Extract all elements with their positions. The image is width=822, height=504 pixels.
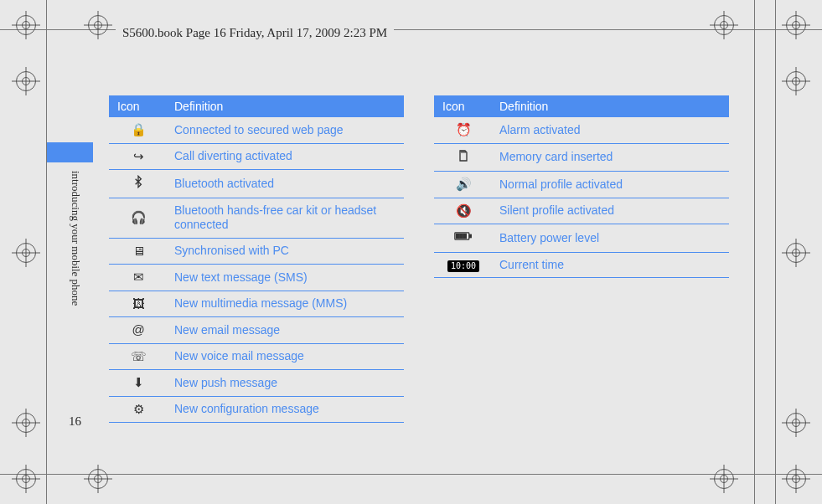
right-column: Icon Definition ⏰ Alarm activated Memory… (434, 95, 729, 423)
definition-cell: Memory card inserted (491, 143, 729, 172)
left-column: Icon Definition 🔒 Connected to secured w… (109, 95, 404, 423)
crop-line (0, 474, 822, 475)
table-row: ⏰ Alarm activated (434, 117, 729, 143)
table-row: 🎧 Bluetooth hands-free car kit or headse… (109, 198, 404, 238)
registration-mark-icon (786, 15, 806, 35)
crop-line (775, 0, 776, 504)
memory-card-icon (434, 143, 491, 172)
definition-cell: Silent profile activated (491, 198, 729, 224)
definition-cell: Connected to secured web page (166, 117, 404, 143)
svg-rect-3 (460, 234, 463, 238)
registration-mark-icon (786, 413, 806, 433)
registration-mark-icon (714, 15, 734, 35)
page-number: 16 (69, 414, 81, 429)
table-row: Memory card inserted (434, 143, 729, 172)
registration-mark-icon (88, 15, 108, 35)
table-row: Battery power level (434, 224, 729, 253)
registration-mark-icon (786, 71, 806, 91)
svg-rect-1 (470, 234, 472, 237)
definition-cell: Battery power level (491, 224, 729, 253)
definition-cell: New multimedia message (MMS) (166, 291, 404, 317)
crop-line (46, 0, 47, 504)
registration-mark-icon (714, 469, 734, 489)
crop-line (754, 0, 755, 504)
table-row: ✉ New text message (SMS) (109, 265, 404, 291)
mms-icon: 🖼 (109, 291, 166, 317)
clock-icon: 10:00 (434, 252, 491, 278)
svg-rect-4 (463, 234, 466, 238)
table-row: Bluetooth activated (109, 170, 404, 198)
col-header-icon: Icon (434, 95, 491, 117)
registration-mark-icon (16, 413, 36, 433)
sync-pc-icon: 🖥 (109, 238, 166, 265)
table-row: ☏ New voice mail message (109, 343, 404, 370)
section-tab (47, 142, 93, 162)
table-row: 🖼 New multimedia message (MMS) (109, 291, 404, 317)
registration-mark-icon (786, 469, 806, 489)
registration-mark-icon (786, 243, 806, 263)
battery-icon (434, 224, 491, 253)
table-row: 🔇 Silent profile activated (434, 198, 729, 224)
col-header-icon: Icon (109, 95, 166, 117)
config-msg-icon: ⚙ (109, 396, 166, 423)
definition-cell: Current time (491, 252, 729, 278)
content-columns: Icon Definition 🔒 Connected to secured w… (109, 95, 729, 423)
col-header-definition: Definition (166, 95, 404, 117)
registration-mark-icon (16, 71, 36, 91)
definition-cell: New configuration message (166, 396, 404, 423)
definition-cell: Normal profile activated (491, 172, 729, 198)
time-sample: 10:00 (447, 260, 479, 273)
definition-cell: New push message (166, 370, 404, 397)
table-row: 🔒 Connected to secured web page (109, 117, 404, 143)
bluetooth-icon (109, 170, 166, 198)
registration-mark-icon (16, 243, 36, 263)
definition-cell: Bluetooth hands-free car kit or headset … (166, 198, 404, 238)
definition-cell: New voice mail message (166, 343, 404, 370)
definition-cell: New email message (166, 317, 404, 344)
lock-globe-icon: 🔒 (109, 117, 166, 143)
registration-mark-icon (88, 469, 108, 489)
registration-mark-icon (16, 15, 36, 35)
divert-arrow-icon: ↪ (109, 143, 166, 170)
definition-cell: Alarm activated (491, 117, 729, 143)
registration-mark-icon (16, 469, 36, 489)
table-row: 10:00 Current time (434, 252, 729, 278)
table-row: ⬇ New push message (109, 370, 404, 397)
svg-rect-2 (457, 234, 459, 238)
table-row: ↪ Call diverting activated (109, 143, 404, 170)
table-header-row: Icon Definition (434, 95, 729, 117)
voicemail-icon: ☏ (109, 343, 166, 370)
bluetooth-headset-icon: 🎧 (109, 198, 166, 238)
email-icon: @ (109, 317, 166, 344)
table-row: ⚙ New configuration message (109, 396, 404, 423)
sms-icon: ✉ (109, 265, 166, 291)
table-row: 🖥 Synchronised with PC (109, 238, 404, 265)
definition-cell: Bluetooth activated (166, 170, 404, 198)
alarm-icon: ⏰ (434, 117, 491, 143)
definition-cell: Synchronised with PC (166, 238, 404, 265)
normal-profile-icon: 🔊 (434, 172, 491, 198)
push-msg-icon: ⬇ (109, 370, 166, 397)
icon-table-left: Icon Definition 🔒 Connected to secured w… (109, 95, 404, 423)
definition-cell: New text message (SMS) (166, 265, 404, 291)
icon-table-right: Icon Definition ⏰ Alarm activated Memory… (434, 95, 729, 278)
table-row: 🔊 Normal profile activated (434, 172, 729, 198)
col-header-definition: Definition (491, 95, 729, 117)
running-head: S5600.book Page 16 Friday, April 17, 200… (116, 26, 394, 40)
definition-cell: Call diverting activated (166, 143, 404, 170)
table-header-row: Icon Definition (109, 95, 404, 117)
table-row: @ New email message (109, 317, 404, 344)
silent-profile-icon: 🔇 (434, 198, 491, 224)
section-label: introducing your mobile phone (69, 167, 82, 310)
